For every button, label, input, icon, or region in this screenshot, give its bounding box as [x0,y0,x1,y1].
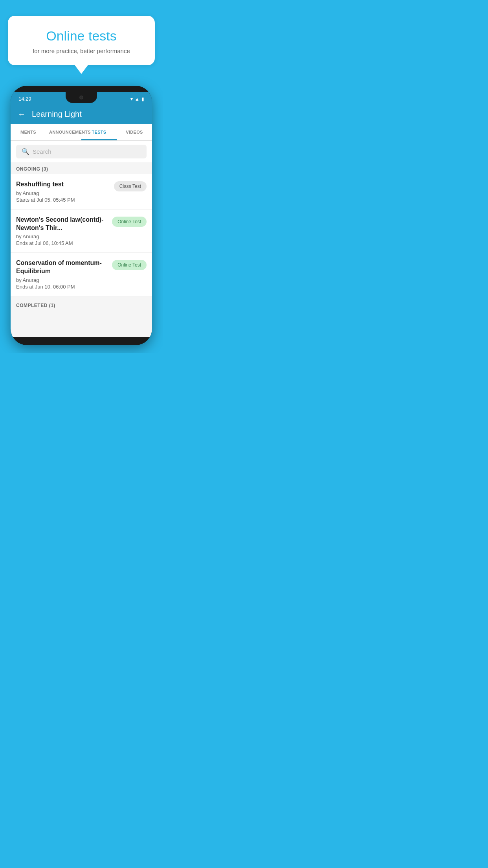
tab-ments[interactable]: MENTS [11,124,46,140]
phone-wrapper: 14:29 ▾ ▲ ▮ ← Learning Light MENTS ANNOU… [11,86,152,345]
test-item-reshuffling[interactable]: Reshuffling test by Anurag Starts at Jul… [11,174,152,210]
status-bar: 14:29 ▾ ▲ ▮ [11,92,152,104]
tab-bar: MENTS ANNOUNCEMENTS TESTS VIDEOS [11,124,152,141]
test-info-3: Conservation of momentum-Equilibrium by … [16,259,112,290]
test-time-3: Ends at Jun 10, 06:00 PM [16,284,108,290]
test-title-1: Reshuffling test [16,180,110,189]
test-item-conservation[interactable]: Conservation of momentum-Equilibrium by … [11,253,152,296]
test-info-1: Reshuffling test by Anurag Starts at Jul… [16,180,114,203]
search-bar-container: 🔍 Search [11,141,152,162]
tab-tests[interactable]: TESTS [81,124,117,140]
status-time: 14:29 [18,96,31,102]
test-item-newton[interactable]: Newton's Second law(contd)-Newton's Thir… [11,210,152,253]
test-by-3: by Anurag [16,277,108,283]
test-time-2: Ends at Jul 06, 10:45 AM [16,240,108,246]
back-button[interactable]: ← [18,110,26,119]
phone-notch [66,92,97,103]
test-badge-2: Online Test [112,217,147,227]
app-bar-title: Learning Light [32,110,82,119]
test-badge-1: Class Test [114,181,147,191]
completed-section-header: COMPLETED (1) [11,299,152,311]
test-by-1: by Anurag [16,190,110,196]
tab-announcements[interactable]: ANNOUNCEMENTS [46,124,81,140]
signal-icon: ▲ [135,96,139,102]
status-icons: ▾ ▲ ▮ [130,96,144,102]
bubble-title: Online tests [22,28,141,44]
test-info-2: Newton's Second law(contd)-Newton's Thir… [16,216,112,246]
test-badge-3: Online Test [112,260,147,270]
phone: 14:29 ▾ ▲ ▮ ← Learning Light MENTS ANNOU… [11,86,152,345]
battery-icon: ▮ [141,96,144,102]
test-title-3: Conservation of momentum-Equilibrium [16,259,108,276]
camera [79,96,83,99]
wifi-icon: ▾ [130,96,133,102]
ongoing-section-header: ONGOING (3) [11,162,152,174]
test-time-1: Starts at Jul 05, 05:45 PM [16,197,110,203]
search-placeholder-text: Search [33,148,51,155]
search-icon: 🔍 [22,148,29,155]
bubble-subtitle: for more practice, better performance [22,48,141,54]
phone-top-edge [11,86,152,92]
test-by-2: by Anurag [16,234,108,239]
test-title-2: Newton's Second law(contd)-Newton's Thir… [16,216,108,232]
test-list: Reshuffling test by Anurag Starts at Jul… [11,174,152,296]
content-area: 🔍 Search ONGOING (3) Reshuffling test by… [11,141,152,337]
search-input-wrap[interactable]: 🔍 Search [16,145,147,158]
phone-bottom-edge [11,337,152,345]
tab-videos[interactable]: VIDEOS [117,124,152,140]
speech-bubble: Online tests for more practice, better p… [8,16,155,65]
app-bar: ← Learning Light [11,104,152,124]
